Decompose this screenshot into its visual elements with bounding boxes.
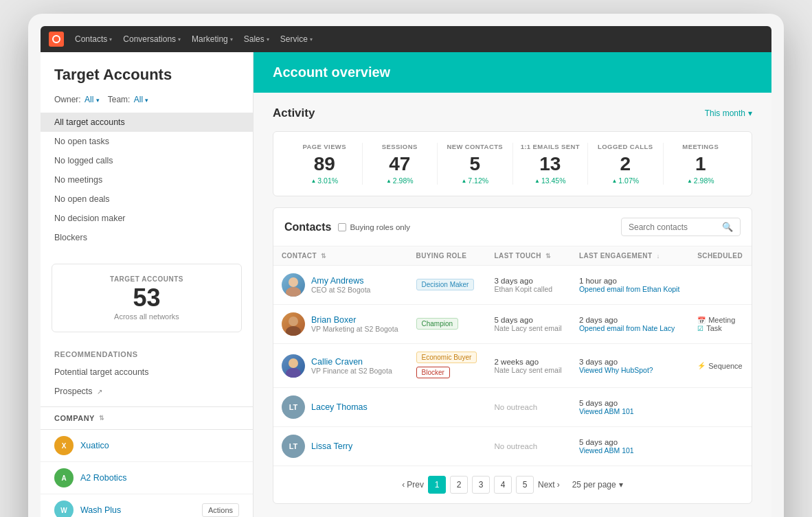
contact-name-lissa[interactable]: Lissa Terry [311, 441, 352, 451]
right-panel: Account overview Activity This month ▾ [253, 52, 771, 517]
engagement-link-amy[interactable]: Opened email from Ethan Kopit [579, 285, 681, 293]
col-contact[interactable]: CONTACT ⇅ [273, 246, 408, 266]
this-month-filter[interactable]: This month ▾ [705, 108, 752, 118]
scheduled-task: ☑ Task [697, 324, 743, 332]
sidebar-item-no-open-tasks[interactable]: No open tasks [41, 132, 253, 151]
sidebar-item-potential-target-accounts[interactable]: Potential target accounts [41, 363, 253, 382]
target-accounts-box: TARGET ACCOUNTS 53 Across all networks [52, 264, 242, 332]
target-accounts-number: 53 [63, 283, 230, 312]
sidebar-item-no-meetings[interactable]: No meetings [41, 170, 253, 189]
sidebar-item-no-open-deals[interactable]: No open deals [41, 189, 253, 209]
nav-service[interactable]: Service ▾ [280, 34, 313, 44]
company-list-header: COMPANY ⇅ [41, 407, 253, 430]
engagement-link-lissa[interactable]: Viewed ABM 101 [579, 446, 681, 455]
page-5-button[interactable]: 5 [516, 476, 534, 494]
contacts-table: CONTACT ⇅ BUYING ROLE LAST TOUCH ⇅ [273, 246, 752, 466]
contact-name-brian[interactable]: Brian Boxer [311, 315, 398, 325]
search-contacts-input[interactable] [629, 222, 718, 232]
buying-roles-checkbox[interactable] [338, 223, 346, 231]
search-contacts-box[interactable]: 🔍 [621, 218, 741, 236]
scheduled-lacey [689, 388, 752, 427]
badge-decision-maker: Decision Maker [416, 279, 475, 290]
table-row: Amy Andrews CEO at S2 Bogota Decision Ma… [273, 266, 752, 305]
last-touch-brian: 5 days ago Nate Lacy sent email [486, 305, 571, 344]
metric-page-views: PAGE VIEWS 89 3.01% [287, 143, 363, 185]
contact-name-callie[interactable]: Callie Craven [311, 357, 392, 367]
col-scheduled: SCHEDULED [689, 246, 752, 266]
contact-cell-lacey: LT Lacey Thomas [273, 388, 408, 427]
contacts-title: Contacts [284, 221, 331, 233]
company-name-a2robotics[interactable]: A2 Robotics [80, 473, 239, 483]
company-name-xuatico[interactable]: Xuatico [80, 441, 239, 450]
company-sort-icon[interactable]: ⇅ [99, 415, 105, 422]
buying-role-brian: Champion [408, 305, 486, 344]
col-last-touch[interactable]: LAST TOUCH ⇅ [486, 246, 571, 266]
scheduled-lissa [689, 427, 752, 466]
last-engagement-amy: 1 hour ago Opened email from Ethan Kopit [571, 266, 689, 305]
svg-point-3 [286, 326, 301, 336]
page-title: Target Accounts [41, 52, 253, 95]
company-row[interactable]: W Wash Plus Actions [41, 494, 253, 517]
col-last-engagement[interactable]: LAST ENGAGEMENT ↓ [571, 246, 689, 266]
nav-contacts[interactable]: Contacts ▾ [75, 34, 112, 44]
metric-sessions: SESSIONS 47 2.98% [363, 143, 438, 185]
company-avatar-washplus: W [54, 501, 74, 517]
owner-label: Owner: All ▾ [54, 95, 100, 104]
company-name-washplus[interactable]: Wash Plus [80, 505, 195, 515]
engagement-link-lacey[interactable]: Viewed ABM 101 [579, 407, 681, 415]
avatar-lissa: LT [282, 435, 305, 458]
pagination: ‹ Prev 1 2 3 4 5 Next › 25 per page [273, 466, 752, 503]
team-filter[interactable]: All [134, 95, 143, 104]
nav-sales[interactable]: Sales ▾ [244, 34, 269, 44]
nav-conversations[interactable]: Conversations ▾ [123, 34, 181, 44]
buying-roles-label: Buying roles only [350, 223, 410, 231]
company-avatar-a2robotics: A [54, 468, 74, 487]
target-accounts-label: TARGET ACCOUNTS [63, 275, 230, 283]
last-touch-lacey: No outreach [486, 388, 571, 427]
engagement-link-callie[interactable]: Viewed Why HubSpot? [579, 366, 681, 374]
sidebar-item-blockers[interactable]: Blockers [41, 228, 253, 247]
buying-roles-checkbox-row[interactable]: Buying roles only [338, 223, 410, 231]
nav-marketing[interactable]: Marketing ▾ [192, 34, 233, 44]
page-4-button[interactable]: 4 [494, 476, 512, 494]
last-engagement-callie: 3 days ago Viewed Why HubSpot? [571, 344, 689, 388]
company-row[interactable]: X Xuatico [41, 430, 253, 462]
sidebar-item-no-logged-calls[interactable]: No logged calls [41, 151, 253, 170]
buying-role-amy: Decision Maker [408, 266, 486, 305]
contacts-title-row: Contacts Buying roles only [284, 221, 410, 233]
hubspot-logo[interactable] [49, 32, 64, 47]
next-button[interactable]: Next › [538, 480, 560, 490]
contact-cell-callie: Callie Craven VP Finance at S2 Bogota [273, 344, 408, 388]
page-2-button[interactable]: 2 [450, 476, 468, 494]
company-row[interactable]: A A2 Robotics [41, 462, 253, 494]
contact-cell-brian: Brian Boxer VP Marketing at S2 Bogota [273, 305, 408, 344]
buying-role-lacey [408, 388, 486, 427]
contacts-header: Contacts Buying roles only 🔍 [273, 208, 752, 246]
per-page-selector[interactable]: 25 per page ▾ [572, 480, 623, 490]
svg-point-1 [286, 287, 301, 297]
sidebar-item-no-decision-maker[interactable]: No decision maker [41, 209, 253, 228]
sidebar-item-prospects[interactable]: Prospects ↗ [41, 382, 253, 401]
actions-button[interactable]: Actions [202, 503, 239, 517]
scheduled-sequence: ⚡ Sequence [697, 362, 743, 370]
sidebar-item-all-target-accounts[interactable]: All target accounts [41, 113, 253, 132]
panel-body: Activity This month ▾ PAGE VIEWS 89 3.01… [253, 93, 771, 517]
avatar-amy [282, 273, 305, 297]
contact-name-lacey[interactable]: Lacey Thomas [311, 402, 368, 412]
buying-role-lissa [408, 427, 486, 466]
last-touch-lissa: No outreach [486, 427, 571, 466]
scheduled-meeting: 📅 Meeting [697, 316, 743, 324]
scheduled-brian: 📅 Meeting ☑ Task [689, 305, 752, 344]
owner-filter[interactable]: All [84, 95, 93, 104]
page-3-button[interactable]: 3 [472, 476, 490, 494]
contacts-card: Contacts Buying roles only 🔍 [273, 207, 752, 504]
engagement-link-brian[interactable]: Opened email from Nate Lacy [579, 324, 681, 332]
activity-title: Activity [273, 106, 315, 120]
contact-cell-amy: Amy Andrews CEO at S2 Bogota [273, 266, 408, 305]
prev-button[interactable]: ‹ Prev [402, 480, 424, 490]
contact-name-amy[interactable]: Amy Andrews [311, 276, 370, 286]
last-touch-callie: 2 weeks ago Nate Lacy sent email [486, 344, 571, 388]
sidebar: Target Accounts Owner: All ▾ Team: All ▾… [41, 52, 253, 517]
page-1-button[interactable]: 1 [428, 476, 446, 494]
contact-title-amy: CEO at S2 Bogota [311, 286, 370, 294]
